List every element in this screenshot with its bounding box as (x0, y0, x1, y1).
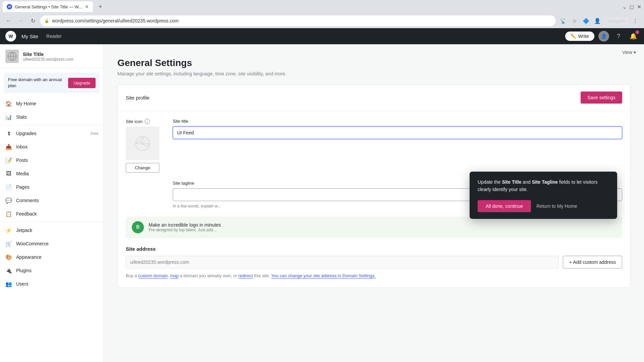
site-address-section: Site address + Add custom address Buy a … (126, 246, 622, 280)
user-avatar[interactable]: 👤 (598, 31, 609, 42)
logo-promo-text: Make an incredible logo in minutes Pre-d… (149, 222, 221, 232)
add-custom-address-button[interactable]: + Add custom address (563, 256, 622, 268)
sidebar-item-users[interactable]: 👥 Users (0, 277, 104, 291)
site-address-input (126, 256, 559, 268)
page-title: General Settings (117, 58, 631, 68)
site-icon-label: Site icon i (126, 119, 159, 124)
sidebar-item-upgrades[interactable]: ⬆ Upgrades Free (0, 127, 104, 140)
domain-settings-link[interactable]: You can change your site address in Doma… (271, 273, 376, 279)
tooltip-actions: All done, continue Return to My Home (478, 200, 609, 212)
browser-tab[interactable]: W General Settings • Site Title — W... ✕ (3, 1, 93, 12)
sidebar-item-comments[interactable]: 💬 Comments (0, 194, 104, 207)
write-button[interactable]: ✏️ Write (565, 32, 594, 41)
sidebar-item-pages[interactable]: 📄 Pages (0, 180, 104, 194)
sidebar-item-feedback[interactable]: 📋 Feedback (0, 207, 104, 221)
menu-icon[interactable]: ⋮ (631, 16, 640, 25)
nav-label-jetpack: Jetpack (16, 228, 98, 233)
reader-link[interactable]: Reader (44, 32, 64, 40)
site-icon-placeholder (126, 127, 159, 160)
incognito-label: Incognito (604, 17, 629, 25)
sidebar-item-my-home[interactable]: 🏠 My Home (0, 97, 104, 110)
bookmark-icon[interactable]: ☆ (570, 16, 579, 25)
nav-label-media: Media (16, 171, 98, 176)
settings-header: Site profile Save settings (118, 85, 630, 111)
site-icon-section: Site icon i (126, 119, 159, 173)
site-info: Site Title uifeed20235.wordpress.com (0, 44, 104, 69)
logo-promo-icon: fi (132, 221, 144, 233)
site-icon-info-icon[interactable]: i (145, 119, 150, 124)
sidebar-item-appearance[interactable]: 🎨 Appearance (0, 250, 104, 264)
media-icon: 🖼 (5, 170, 12, 177)
forward-btn[interactable]: → (16, 16, 25, 25)
domain-note: Buy a custom domain, map a domain you al… (126, 273, 622, 280)
top-navigation: W My Site Reader ✏️ Write 👤 ? 🔔 1 (0, 28, 644, 44)
nav-label-appearance: Appearance (16, 254, 98, 260)
plugins-icon: 🔌 (5, 267, 12, 274)
map-domain-link[interactable]: map (170, 273, 178, 279)
refresh-btn[interactable]: ↻ (28, 16, 38, 25)
my-site-link[interactable]: My Site (21, 34, 38, 39)
users-icon: 👥 (5, 281, 12, 287)
help-icon[interactable]: ? (613, 31, 624, 42)
sidebar-item-jetpack[interactable]: ⚡ Jetpack (0, 224, 104, 237)
write-icon: ✏️ (571, 34, 576, 39)
change-icon-button[interactable]: Change (126, 163, 159, 173)
sidebar-item-plugins[interactable]: 🔌 Plugins (0, 264, 104, 277)
tab-title: General Settings • Site Title — W... (15, 4, 82, 9)
address-row: + Add custom address (126, 256, 622, 268)
stats-icon: 📊 (5, 114, 12, 120)
sidebar-item-inbox[interactable]: 📥 Inbox (0, 140, 104, 154)
nav-label-feedback: Feedback (16, 211, 98, 217)
site-icon-container: Change (126, 127, 159, 173)
tab-close-btn[interactable]: ✕ (85, 4, 89, 9)
save-settings-button[interactable]: Save settings (581, 92, 622, 104)
all-done-button[interactable]: All done, continue (478, 200, 531, 212)
redirect-link[interactable]: redirect (238, 273, 253, 279)
nav-label-stats: Stats (16, 114, 98, 120)
nav-label-posts: Posts (16, 158, 98, 163)
notification-badge: 1 (635, 30, 639, 34)
nav-label-plugins: Plugins (16, 268, 98, 273)
feedback-icon: 📋 (5, 210, 12, 217)
new-tab-btn[interactable]: + (96, 2, 105, 11)
custom-domain-link[interactable]: custom domain (138, 273, 168, 279)
sidebar-item-posts[interactable]: 📝 Posts (0, 154, 104, 167)
return-to-my-home-link[interactable]: Return to My Home (536, 203, 577, 209)
view-button[interactable]: View ▾ (622, 50, 636, 55)
main-content: View ▾ General Settings Manage your site… (104, 44, 644, 362)
extension-icon[interactable]: 🔷 (581, 16, 591, 25)
upgrades-badge: Free (91, 131, 98, 135)
maximize-btn[interactable]: ◻ (629, 4, 634, 9)
sidebar-item-stats[interactable]: 📊 Stats (0, 110, 104, 124)
site-title-label: Site title (173, 119, 622, 124)
site-url: uifeed20235.wordpress.com (23, 57, 73, 62)
back-btn[interactable]: ← (4, 16, 13, 25)
upgrade-button[interactable]: Upgrade (68, 78, 96, 88)
site-title-input[interactable] (173, 126, 622, 139)
close-btn[interactable]: ✕ (637, 4, 641, 9)
address-bar[interactable]: 🔒 wordpress.com/settings/general/uifeed2… (40, 15, 556, 26)
notifications-btn[interactable]: 🔔 1 (628, 31, 639, 42)
sidebar: Site Title uifeed20235.wordpress.com Fre… (0, 44, 104, 362)
nav-label-upgrades: Upgrades (16, 131, 87, 136)
nav-label-inbox: Inbox (16, 144, 98, 149)
nav-divider-2 (0, 222, 104, 222)
sidebar-item-woocommerce[interactable]: 🛒 WooCommerce (0, 237, 104, 250)
cast-icon[interactable]: 📡 (558, 16, 568, 25)
sidebar-item-media[interactable]: 🖼 Media (0, 167, 104, 180)
site-avatar (5, 50, 19, 63)
wordpress-logo[interactable]: W (5, 31, 16, 42)
upgrades-icon: ⬆ (5, 130, 12, 137)
nav-label-pages: Pages (16, 184, 98, 190)
page-subtitle: Manage your site settings, including lan… (117, 71, 631, 76)
tooltip-popup: Update the Site Title and Site Tagline f… (470, 172, 617, 219)
tooltip-text: Update the Site Title and Site Tagline f… (478, 178, 609, 193)
chevron-down-icon: ▾ (634, 50, 636, 55)
profile-icon[interactable]: 👤 (593, 16, 602, 25)
home-icon: 🏠 (5, 100, 12, 107)
nav-label-woocommerce: WooCommerce (16, 241, 98, 246)
appearance-icon: 🎨 (5, 254, 12, 260)
minimize-btn[interactable]: ⌄ (622, 4, 627, 9)
nav-divider (0, 125, 104, 125)
address-text: wordpress.com/settings/general/uifeed202… (52, 18, 178, 23)
